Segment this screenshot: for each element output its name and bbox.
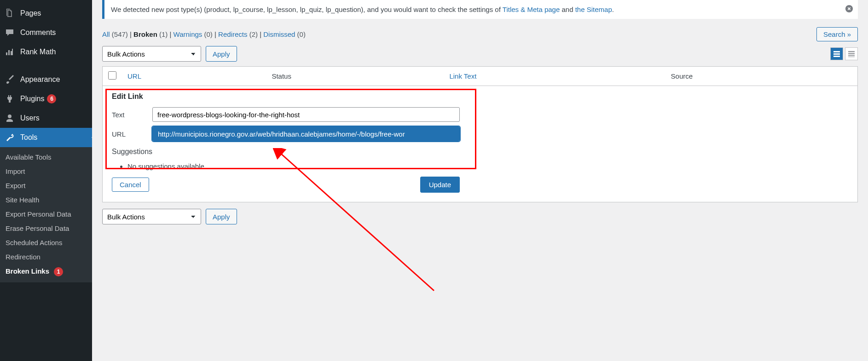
submenu-export-personal-data[interactable]: Export Personal Data [0, 207, 92, 221]
admin-sidebar: Pages Comments Rank Math Appearance Plug… [0, 0, 92, 361]
submenu-scheduled-actions[interactable]: Scheduled Actions [0, 235, 92, 250]
admin-notice: We detected new post type(s) (product, l… [102, 0, 858, 19]
plug-icon [5, 94, 15, 104]
apply-button-bottom[interactable]: Apply [206, 209, 237, 224]
text-label: Text [112, 111, 152, 119]
svg-rect-4 [848, 51, 855, 52]
filter-count: (0) [204, 30, 213, 38]
view-toggle [830, 47, 858, 60]
sidebar-label: Appearance [20, 75, 60, 84]
notice-link-sitemap[interactable]: the Sitemap [575, 6, 612, 13]
filter-dismissed[interactable]: Dismissed [263, 30, 295, 38]
svg-rect-6 [848, 55, 855, 56]
wrench-icon [5, 132, 15, 143]
edit-link-title: Edit Link [112, 92, 848, 101]
submenu-site-health[interactable]: Site Health [0, 193, 92, 207]
url-label: URL [112, 130, 152, 138]
col-link-text[interactable]: Link Text [444, 67, 665, 86]
notice-text: We detected new post type(s) (product, l… [111, 6, 503, 13]
sidebar-label: Tools [20, 133, 37, 142]
submenu-redirection[interactable]: Redirection [0, 250, 92, 264]
sidebar-item-tools[interactable]: Tools [0, 128, 92, 147]
pages-icon [5, 8, 15, 18]
update-button[interactable]: Update [420, 177, 460, 193]
svg-rect-2 [833, 53, 840, 55]
notice-text: and [560, 6, 575, 13]
sidebar-item-users[interactable]: Users [0, 109, 92, 128]
update-badge: 6 [47, 94, 56, 103]
sidebar-item-comments[interactable]: Comments [0, 23, 92, 42]
tools-submenu: Available Tools Import Export Site Healt… [0, 147, 92, 282]
select-all-checkbox[interactable] [108, 71, 116, 80]
sidebar-item-pages[interactable]: Pages [0, 4, 92, 23]
close-icon[interactable] [845, 5, 853, 15]
main-content: We detected new post type(s) (product, l… [92, 0, 868, 361]
submenu-erase-personal-data[interactable]: Erase Personal Data [0, 221, 92, 235]
sidebar-label: Users [20, 114, 40, 122]
suggestions-heading: Suggestions [112, 148, 848, 156]
bulk-actions-select[interactable]: Bulk Actions [102, 46, 201, 62]
filter-redirects[interactable]: Redirects [218, 30, 247, 38]
filter-count: (2) [249, 30, 258, 38]
filter-count: (0) [297, 30, 306, 38]
submenu-import[interactable]: Import [0, 164, 92, 178]
submenu-available-tools[interactable]: Available Tools [0, 150, 92, 164]
search-button[interactable]: Search » [816, 27, 858, 41]
sidebar-item-rankmath[interactable]: Rank Math [0, 42, 92, 62]
comments-icon [5, 28, 15, 38]
compact-view-button[interactable] [845, 47, 858, 60]
col-source: Source [665, 67, 858, 86]
sidebar-label: Plugins [20, 95, 44, 103]
bulk-actions-select-bottom[interactable]: Bulk Actions [102, 209, 201, 224]
sidebar-label: Rank Math [20, 48, 56, 56]
notice-text: . [612, 6, 614, 13]
chart-icon [5, 47, 15, 57]
svg-rect-1 [833, 51, 840, 52]
filter-warnings[interactable]: Warnings [174, 30, 203, 38]
filter-count: (1) [159, 30, 168, 38]
links-table: URL Status Link Text Source [102, 66, 858, 86]
svg-rect-5 [848, 53, 855, 54]
no-suggestions-text: No suggestions available. [127, 162, 848, 170]
sidebar-label: Pages [20, 9, 41, 17]
svg-rect-3 [833, 56, 840, 57]
suggestions-list: No suggestions available. [116, 160, 848, 177]
apply-button[interactable]: Apply [206, 46, 237, 62]
sidebar-label: Comments [20, 29, 56, 37]
list-view-button[interactable] [830, 47, 843, 60]
sidebar-item-appearance[interactable]: Appearance [0, 70, 92, 89]
submenu-export[interactable]: Export [0, 178, 92, 193]
submenu-label: Broken Links [6, 267, 49, 275]
user-icon [5, 113, 15, 123]
update-badge: 1 [54, 267, 63, 276]
notice-link-titles[interactable]: Titles & Meta page [503, 6, 560, 13]
select-all-col [103, 67, 122, 86]
brush-icon [5, 74, 15, 85]
filter-broken: Broken [133, 30, 157, 38]
filter-all[interactable]: All [102, 30, 110, 38]
col-status: Status [266, 67, 444, 86]
cancel-button[interactable]: Cancel [112, 178, 149, 192]
edit-link-panel: Edit Link Text URL Suggestions No sugges… [102, 86, 858, 202]
link-text-input[interactable] [152, 107, 460, 122]
sidebar-item-plugins[interactable]: Plugins 6 [0, 89, 92, 109]
link-url-input[interactable] [152, 126, 460, 141]
status-filters: All (547) | Broken (1) | Warnings (0) | … [102, 30, 306, 38]
submenu-broken-links[interactable]: Broken Links 1 [0, 264, 92, 280]
svg-rect-7 [848, 57, 855, 57]
col-url[interactable]: URL [122, 67, 266, 86]
filter-count: (547) [112, 30, 128, 38]
